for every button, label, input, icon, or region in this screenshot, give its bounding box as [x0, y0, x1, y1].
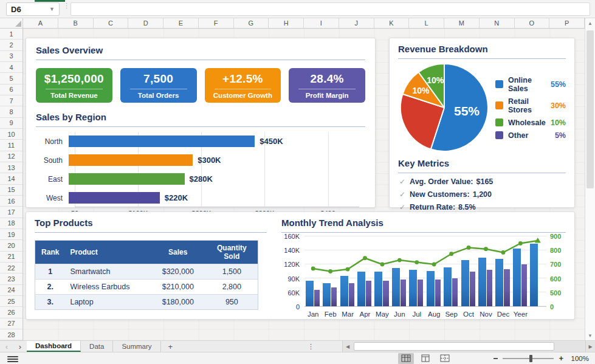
row-header-10[interactable]: 10	[0, 129, 22, 140]
row-header-23[interactable]: 23	[0, 273, 22, 284]
normal-view-button[interactable]	[398, 353, 414, 364]
zoom-out-icon[interactable]	[494, 358, 498, 359]
row-header-8[interactable]: 8	[0, 106, 22, 117]
scroll-right-icon[interactable]: ▶	[585, 341, 595, 352]
sheet-options-icon[interactable]: ⋮	[308, 341, 314, 352]
scroll-down-icon[interactable]: ▼	[585, 331, 595, 340]
bar-row: South$300K	[36, 151, 359, 170]
table-cell: Wireless Earbuds	[65, 280, 150, 295]
row-header-16[interactable]: 16	[0, 196, 22, 207]
zoom-in-icon[interactable]: +	[559, 354, 563, 362]
legend-label: Retail Stores	[508, 97, 551, 114]
scroll-up-icon[interactable]: ▲	[585, 18, 595, 28]
column-header-P[interactable]: P	[549, 18, 585, 28]
vertical-scroll-thumb[interactable]	[586, 30, 594, 188]
line-marker	[501, 250, 506, 255]
divider	[298, 89, 356, 89]
scroll-left-icon[interactable]: ◀	[343, 341, 353, 352]
column-header-A[interactable]: A	[23, 18, 58, 28]
zoom-slider[interactable]	[503, 358, 554, 359]
row-header-14[interactable]: 14	[0, 173, 22, 184]
prev-sheet-icon[interactable]: ‹	[0, 341, 13, 352]
line-marker	[380, 263, 385, 267]
top-products-title: Top Products	[35, 217, 267, 229]
metric-value: 1,200	[473, 190, 492, 199]
select-all-corner[interactable]	[0, 18, 23, 29]
legend-item: Other5%	[495, 131, 566, 140]
row-header-1[interactable]: 1	[0, 29, 22, 39]
next-sheet-icon[interactable]: ›	[13, 341, 27, 352]
kpi-label: Customer Growth	[205, 92, 281, 99]
column-header-O[interactable]: O	[515, 18, 550, 28]
page-layout-view-button[interactable]	[418, 353, 433, 364]
row-header-22[interactable]: 22	[0, 263, 22, 273]
column-header-F[interactable]: F	[199, 18, 234, 28]
row-header-27[interactable]: 27	[0, 318, 22, 329]
column-header-H[interactable]: H	[269, 18, 304, 28]
x-tick-label: Oct	[463, 311, 474, 318]
row-header-19[interactable]: 19	[0, 229, 22, 240]
row-header-2[interactable]: 2	[0, 39, 22, 50]
key-metrics-title: Key Metrics	[398, 157, 566, 170]
sheet-tab-summary[interactable]: Summary	[113, 341, 160, 352]
column-header-J[interactable]: J	[339, 18, 374, 28]
row-header-7[interactable]: 7	[0, 95, 22, 106]
chevron-down-icon[interactable]: ▼	[49, 6, 55, 12]
add-sheet-button[interactable]: +	[161, 341, 181, 352]
table-cell: 2.	[35, 280, 66, 295]
column-header-C[interactable]: C	[94, 18, 129, 28]
sheet-tab-data[interactable]: Data	[81, 341, 113, 352]
column-header-N[interactable]: N	[480, 18, 515, 28]
column-header-K[interactable]: K	[374, 18, 410, 28]
y-tick-label: 900	[550, 233, 561, 240]
bar-row: West$220K	[36, 188, 359, 207]
row-header-13[interactable]: 13	[0, 162, 22, 173]
row-header-9[interactable]: 9	[0, 118, 22, 129]
horizontal-scroll-thumb[interactable]	[354, 342, 554, 351]
horizontal-scrollbar[interactable]: ◀ ▶	[342, 340, 595, 352]
legend-swatch	[495, 80, 503, 88]
check-icon: ✓	[399, 190, 405, 199]
column-header-L[interactable]: L	[409, 18, 444, 28]
bottom-panel: Top Products RankProductSalesQuantity So…	[26, 211, 575, 320]
column-header-G[interactable]: G	[234, 18, 269, 28]
vertical-scrollbar[interactable]: ▲ ▼	[585, 18, 595, 340]
row-header-28[interactable]: 28	[0, 329, 22, 340]
column-header-D[interactable]: D	[128, 18, 163, 28]
column-header-E[interactable]: E	[163, 18, 199, 28]
column-header-M[interactable]: M	[444, 18, 480, 28]
row-header-11[interactable]: 11	[0, 140, 22, 151]
table-row: 2.Wireless Earbuds$210,0002,800	[35, 280, 258, 295]
kpi-label: Total Orders	[120, 92, 197, 99]
row-header-21[interactable]: 21	[0, 252, 22, 263]
bar	[69, 192, 160, 204]
divider	[35, 232, 267, 233]
row-header-20[interactable]: 20	[0, 240, 22, 251]
page-break-view-button[interactable]	[437, 353, 453, 364]
column-header-B[interactable]: B	[58, 18, 94, 28]
row-header-5[interactable]: 5	[0, 73, 22, 84]
column-header-I[interactable]: I	[304, 18, 339, 28]
row-header-15[interactable]: 15	[0, 185, 22, 196]
x-tick-label: May	[376, 311, 389, 318]
row-header-24[interactable]: 24	[0, 285, 22, 296]
menu-icon[interactable]	[7, 355, 18, 363]
name-box[interactable]: D6 ▼	[6, 2, 60, 16]
row-header-6[interactable]: 6	[0, 84, 22, 95]
kpi-label: Total Revenue	[36, 92, 112, 99]
row-header-4[interactable]: 4	[0, 62, 22, 73]
category-label: East	[36, 175, 69, 184]
row-header-25[interactable]: 25	[0, 296, 22, 307]
sheet-tab-dashboard[interactable]: Dashboard	[27, 341, 81, 352]
row-header-17[interactable]: 17	[0, 207, 22, 218]
row-header-18[interactable]: 18	[0, 218, 22, 229]
formula-input[interactable]	[71, 2, 590, 16]
table-cell: Laptop	[65, 295, 150, 310]
divider	[281, 232, 566, 233]
row-header-3[interactable]: 3	[0, 51, 22, 62]
line-marker	[467, 246, 471, 250]
zoom-slider-handle[interactable]	[529, 355, 532, 362]
divider	[46, 89, 103, 89]
row-header-12[interactable]: 12	[0, 151, 22, 162]
row-header-26[interactable]: 26	[0, 307, 22, 318]
